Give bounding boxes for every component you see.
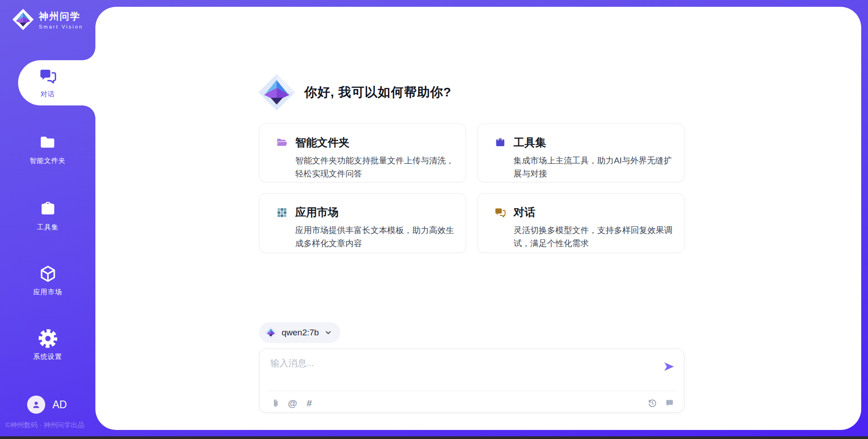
brand-logo: 神州问学 Smart Vision [12, 8, 83, 31]
mention-button[interactable]: @ [287, 398, 298, 409]
card-title: 应用市场 [295, 205, 339, 220]
sidebar-item-app-market[interactable]: 应用市场 [0, 264, 95, 296]
grid-icon [276, 206, 288, 219]
attach-file-button[interactable] [270, 398, 281, 409]
card-chat[interactable]: 对话 灵活切换多模型文件，支持多样回复效果调试，满足个性化需求 [477, 193, 684, 253]
sidebar-item-label: 应用市场 [0, 288, 95, 296]
sidebar-item-smart-folder[interactable]: 智能文件夹 [0, 133, 95, 165]
window-bottom-edge [0, 436, 868, 439]
card-toolset[interactable]: 工具集 集成市场上主流工具，助力AI与外界无缝扩展与对接 [477, 124, 684, 182]
brand-subtitle: Smart Vision [39, 24, 83, 29]
sidebar: 神州问学 Smart Vision 对话 智能文件夹 工具集 [0, 0, 95, 439]
card-title: 对话 [514, 205, 535, 220]
sidebar-item-settings[interactable]: 系统设置 [0, 329, 95, 361]
sidebar-item-label: 工具集 [0, 223, 95, 232]
sidebar-item-label: 系统设置 [0, 353, 95, 361]
card-smart-folder[interactable]: 智能文件夹 智能文件夹功能支持批量文件上传与清洗，轻松实现文件问答 [259, 124, 466, 182]
sidebar-item-toolset[interactable]: 工具集 [0, 200, 95, 232]
card-description: 智能文件夹功能支持批量文件上传与清洗，轻松实现文件问答 [295, 154, 455, 181]
chevron-down-icon [324, 329, 332, 337]
greeting-text: 你好, 我可以如何帮助你? [304, 84, 452, 101]
user-initials: AD [52, 399, 67, 411]
user-account[interactable]: AD [27, 396, 67, 414]
model-name: qwen2:7b [282, 328, 319, 338]
card-title: 工具集 [514, 135, 546, 150]
card-title: 智能文件夹 [295, 135, 349, 150]
pill-fillet-bottom [83, 105, 95, 118]
chat-bubble-icon[interactable] [664, 398, 675, 409]
person-icon [31, 399, 42, 410]
message-input[interactable] [270, 357, 650, 383]
briefcase-icon [38, 200, 57, 219]
avatar [27, 396, 45, 414]
folder-icon [38, 133, 57, 152]
assistant-diamond-icon [257, 73, 296, 112]
message-composer: @ # [259, 348, 684, 413]
brand-diamond-icon [12, 8, 34, 31]
briefcase-icon [494, 137, 506, 149]
folder-open-icon [276, 137, 288, 149]
gear-icon [38, 329, 57, 348]
main-panel: 你好, 我可以如何帮助你? 智能文件夹 智能文件夹功能支持批量文件上传与清洗，轻… [95, 7, 861, 430]
greeting: 你好, 我可以如何帮助你? [257, 73, 452, 112]
hashtag-button[interactable]: # [304, 398, 315, 409]
sidebar-item-label: 对话 [0, 90, 95, 99]
sidebar-item-chat[interactable]: 对话 [0, 67, 95, 99]
chat-icon [494, 206, 506, 219]
composer-divider [267, 391, 677, 391]
pill-fillet-top [83, 48, 95, 60]
send-button[interactable] [662, 360, 676, 373]
footer-credit: ©神州数码 · 神州问学出品 [5, 421, 84, 429]
history-button[interactable] [647, 398, 658, 409]
model-diamond-icon [264, 326, 277, 339]
card-description: 集成市场上主流工具，助力AI与外界无缝扩展与对接 [514, 154, 673, 181]
brand-name: 神州问学 [39, 10, 83, 23]
cube-icon [38, 264, 57, 283]
chat-icon [38, 67, 57, 86]
model-selector[interactable]: qwen2:7b [259, 322, 340, 343]
card-description: 应用市场提供丰富长文本模板，助力高效生成多样化文章内容 [295, 224, 455, 250]
card-app-market[interactable]: 应用市场 应用市场提供丰富长文本模板，助力高效生成多样化文章内容 [259, 193, 466, 253]
sidebar-item-label: 智能文件夹 [0, 157, 95, 165]
card-description: 灵活切换多模型文件，支持多样回复效果调试，满足个性化需求 [514, 224, 673, 250]
